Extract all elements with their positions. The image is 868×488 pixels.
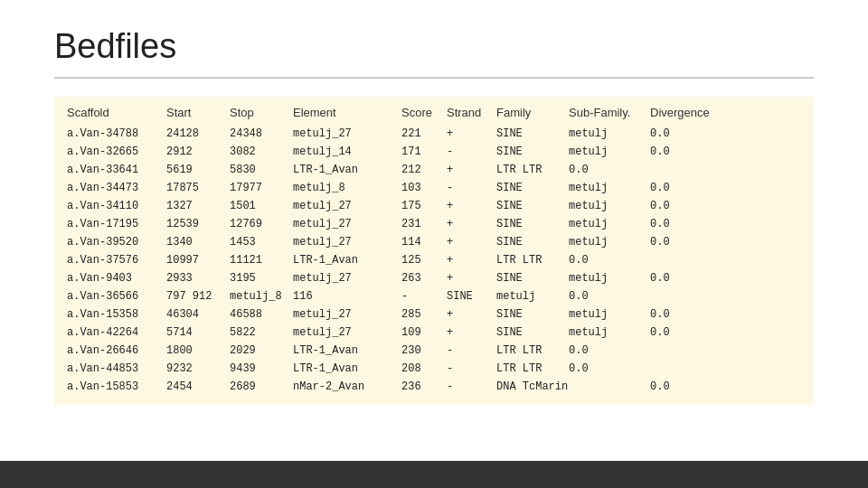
col-header-subfamily: Sub-Family. bbox=[569, 106, 650, 119]
footer-bar bbox=[0, 461, 868, 488]
table-row: a.Van-940329333195metulj_27263+SINEmetul… bbox=[67, 269, 801, 287]
main-content: Bedfiles Scaffold Start Stop Element Sco… bbox=[0, 0, 868, 488]
table-row: a.Van-3266529123082metulj_14171-SINEmetu… bbox=[67, 143, 801, 161]
table-row: a.Van-153584630446588metulj_27285+SINEme… bbox=[67, 305, 801, 324]
col-header-divergence: Divergence bbox=[650, 106, 722, 119]
col-header-strand: Strand bbox=[447, 106, 496, 119]
table-row: a.Van-3952013401453metulj_27114+SINEmetu… bbox=[67, 233, 801, 251]
col-header-scaffold: Scaffold bbox=[67, 106, 166, 119]
page-title: Bedfiles bbox=[54, 27, 814, 66]
col-header-start: Start bbox=[166, 106, 230, 119]
table-body: a.Van-347882412824348metulj_27221+SINEme… bbox=[67, 125, 801, 396]
table-row: a.Van-36566797 912metulj_8116-SINEmetulj… bbox=[67, 287, 801, 305]
table-row: a.Van-3364156195830LTR-1_Avan212+LTR LTR… bbox=[67, 161, 801, 179]
table-row: a.Van-4226457145822metulj_27109+SINEmetu… bbox=[67, 324, 801, 342]
table-row: a.Van-3411013271501metulj_27175+SINEmetu… bbox=[67, 197, 801, 215]
divider bbox=[54, 77, 814, 79]
table-row: a.Van-347882412824348metulj_27221+SINEme… bbox=[67, 125, 801, 143]
table-row: a.Van-375761099711121LTR-1_Avan125+LTR L… bbox=[67, 251, 801, 269]
table-header: Scaffold Start Stop Element Score Strand… bbox=[67, 106, 801, 119]
table-row: a.Van-344731787517977metulj_8103-SINEmet… bbox=[67, 179, 801, 197]
table-row: a.Van-4485392329439LTR-1_Avan208-LTR LTR… bbox=[67, 360, 801, 378]
col-header-stop: Stop bbox=[230, 106, 293, 119]
table-row: a.Van-1585324542689nMar-2_Avan236-DNA Tc… bbox=[67, 378, 801, 396]
table-row: a.Van-171951253912769metulj_27231+SINEme… bbox=[67, 215, 801, 233]
data-table: Scaffold Start Stop Element Score Strand… bbox=[54, 97, 814, 405]
col-header-score: Score bbox=[401, 106, 447, 119]
col-header-family: Family bbox=[496, 106, 569, 119]
table-row: a.Van-2664618002029LTR-1_Avan230-LTR LTR… bbox=[67, 342, 801, 360]
col-header-element: Element bbox=[293, 106, 401, 119]
